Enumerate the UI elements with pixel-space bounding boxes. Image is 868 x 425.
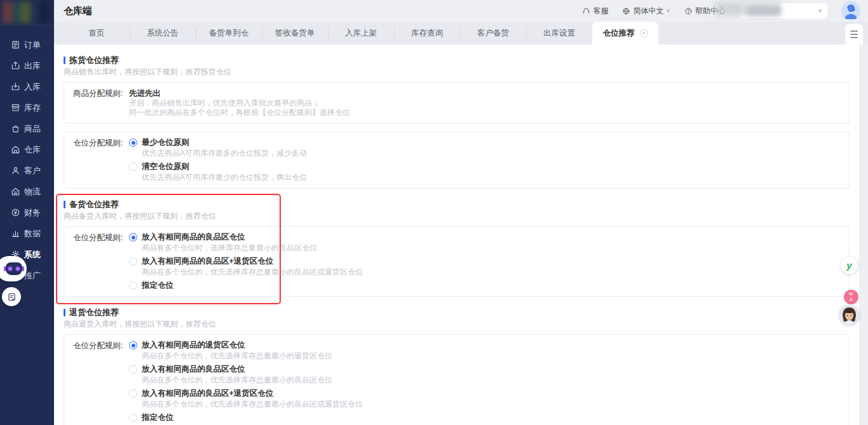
- radio-unselected-icon[interactable]: [129, 414, 137, 422]
- feedback-form-button[interactable]: [2, 287, 21, 306]
- sidebar-item-inbound[interactable]: 入库: [0, 76, 54, 97]
- settings-content: 拣货仓位推荐商品销售出库时，将按照以下规则，推荐拣货仓位商品分配规则:先进先出开…: [54, 44, 859, 425]
- order-icon: [11, 40, 20, 50]
- option-description: 商品在多个仓位的，优先选择库存总量最小的良品区或退货区仓位: [142, 400, 363, 409]
- tab-close-icon[interactable]: ×: [640, 29, 648, 37]
- tab-bar: 首页系统公告备货单到仓签收备货单入库上架库存查询客户备货出库设置仓位推荐×: [54, 22, 868, 44]
- sidebar-item-outbound[interactable]: 出库: [0, 55, 54, 76]
- form-icon: [7, 292, 17, 302]
- logo-blurred-image: [3, 1, 49, 24]
- tab-签收备货单[interactable]: 签收备货单: [262, 22, 328, 44]
- radio-option[interactable]: 指定仓位: [129, 281, 840, 290]
- sidebar-item-inventory[interactable]: 库存: [0, 97, 54, 118]
- section-title: 退货仓位推荐: [64, 307, 850, 318]
- radio-option[interactable]: 放入有相同商品的良品区仓位商品在多个仓位的，优先选择库存总量最小的良品区仓位: [129, 365, 840, 385]
- radio-selected-icon[interactable]: [129, 233, 137, 241]
- sidebar-item-customer[interactable]: 客户: [0, 160, 54, 181]
- section-picking: 拣货仓位推荐商品销售出库时，将按照以下规则，推荐拣货仓位商品分配规则:先进先出开…: [64, 55, 850, 189]
- sidebar-item-finance[interactable]: 财务: [0, 202, 54, 223]
- radio-unselected-icon[interactable]: [129, 365, 137, 374]
- customer-icon: [11, 166, 20, 175]
- rule-card: 仓位分配规则:放入有相同商品的良品区仓位商品有多个仓位时，选择库存总量最小的良品…: [64, 226, 850, 297]
- tab-list-menu-button[interactable]: [845, 24, 863, 44]
- radio-selected-icon[interactable]: [129, 341, 137, 349]
- tab-首页[interactable]: 首页: [64, 22, 130, 44]
- inbound-icon: [11, 82, 20, 91]
- sidebar-item-warehouse[interactable]: 仓库: [0, 139, 54, 160]
- tab-库存查询[interactable]: 库存查询: [394, 22, 460, 44]
- option-description: 商品在多个仓位的，优先选择库存总量最小的退货区仓位: [142, 351, 332, 361]
- rule-card: 仓位分配规则:最少仓位原则优先去商品A可用库存最多的仓位拣货，减少走动清空仓位原…: [64, 132, 850, 189]
- rule-card-label: 仓位分配规则:: [73, 341, 129, 422]
- data-icon: [11, 229, 20, 238]
- sidebar-item-label: 订单: [24, 39, 41, 51]
- finance-icon: [11, 208, 20, 217]
- radio-option[interactable]: 清空仓位原则优先去商品A可用库存最少的仓位拣货，腾出仓位: [129, 162, 840, 182]
- section-subtitle: 商品备货入库时，将按照以下规则，推荐仓位: [64, 212, 850, 221]
- tab-label: 仓位推荐: [603, 28, 635, 39]
- tab-备货单到仓[interactable]: 备货单到仓: [196, 22, 262, 44]
- robot-mascot-icon: [6, 262, 22, 275]
- chevron-down-icon: ∨: [818, 8, 822, 13]
- sidebar-item-label: 客户: [24, 165, 41, 177]
- warehouse-selector[interactable]: ∨: [740, 3, 827, 18]
- user-avatar[interactable]: [841, 1, 860, 20]
- language-selector[interactable]: 简体中文∨: [622, 6, 670, 17]
- radio-option[interactable]: 最少仓位原则优先去商品A可用库存最多的仓位拣货，减少走动: [129, 138, 840, 158]
- rule-card: 仓位分配规则:放入有相同商品的退货区仓位商品在多个仓位的，优先选择库存总量最小的…: [64, 334, 850, 425]
- rule-value: 先进先出: [129, 88, 840, 98]
- option-label: 放入有相同商品的良品区+退货区仓位: [142, 257, 363, 266]
- option-description: 优先去商品A可用库存最少的仓位拣货，腾出仓位: [142, 173, 307, 182]
- tab-label: 客户备货: [477, 28, 509, 39]
- outbound-icon: [11, 61, 20, 71]
- sidebar-item-label: 库存: [24, 102, 41, 114]
- assistant-robot-button[interactable]: [0, 256, 27, 281]
- sidebar-item-label: 商品: [24, 123, 41, 135]
- service-girl-icon: [839, 305, 859, 325]
- radio-option[interactable]: 指定仓位: [129, 413, 840, 422]
- radio-option[interactable]: 放入有相同商品的退货区仓位商品在多个仓位的，优先选择库存总量最小的退货区仓位: [129, 341, 840, 361]
- tab-仓位推荐[interactable]: 仓位推荐×: [592, 22, 658, 44]
- customer-service-avatar[interactable]: [839, 305, 859, 325]
- avatar-person-icon: [841, 1, 860, 20]
- radio-option[interactable]: 放入有相同商品的良品区+退货区仓位商品在多个仓位的，优先选择库存总量最小的良品区…: [129, 257, 840, 277]
- tab-入库上架[interactable]: 入库上架: [328, 22, 394, 44]
- page-title: 仓库端: [64, 5, 92, 17]
- sidebar-item-label: 财务: [24, 207, 41, 219]
- sidebar-item-order[interactable]: 订单: [0, 34, 54, 55]
- option-label: 放入有相同商品的良品区+退货区仓位: [142, 389, 363, 398]
- headset-icon: [582, 7, 590, 15]
- radio-unselected-icon[interactable]: [129, 257, 137, 266]
- title-accent-bar: [64, 57, 65, 64]
- title-accent-bar: [64, 309, 65, 316]
- rule-card-label: 仓位分配规则:: [73, 138, 129, 182]
- globe-icon: [622, 7, 630, 15]
- radio-unselected-icon[interactable]: [129, 389, 137, 398]
- radio-option[interactable]: 放入有相同商品的良品区+退货区仓位商品在多个仓位的，优先选择库存总量最小的良品区…: [129, 389, 840, 409]
- green-y-icon: y: [846, 260, 851, 271]
- section-return: 退货仓位推荐商品退货入库时，将按照以下规则，推荐仓位仓位分配规则:放入有相同商品…: [64, 307, 850, 425]
- main-area: 仓库端 客服 简体中文∨ 帮助中心: [54, 0, 868, 425]
- warehouse-icon: [11, 145, 20, 154]
- sidebar-item-label: 数据: [24, 228, 41, 239]
- tab-label: 库存查询: [411, 28, 443, 39]
- radio-unselected-icon[interactable]: [129, 163, 137, 171]
- tab-客户备货[interactable]: 客户备货: [460, 22, 526, 44]
- browser-plugin-button[interactable]: y: [841, 257, 858, 274]
- radio-selected-icon[interactable]: [129, 138, 137, 147]
- tab-系统公告[interactable]: 系统公告: [130, 22, 196, 44]
- radio-option[interactable]: 放入有相同商品的良品区仓位商品有多个仓位时，选择库存总量最小的良品区仓位: [129, 233, 840, 253]
- translate-badge[interactable]: 中 A: [844, 290, 858, 304]
- tab-出库设置[interactable]: 出库设置: [526, 22, 592, 44]
- title-accent-bar: [64, 201, 65, 208]
- radio-unselected-icon[interactable]: [129, 281, 137, 290]
- sidebar-item-product[interactable]: 商品: [0, 118, 54, 139]
- rule-description: 同一批次的商品在多个仓位时，再根据【仓位分配规则】选择仓位: [129, 108, 840, 118]
- tab-label: 系统公告: [147, 28, 179, 39]
- tab-label: 签收备货单: [275, 28, 315, 39]
- support-link[interactable]: 客服: [582, 6, 608, 17]
- option-label: 清空仓位原则: [142, 162, 307, 172]
- tab-label: 首页: [89, 28, 105, 39]
- sidebar-item-data[interactable]: 数据: [0, 223, 54, 244]
- sidebar-item-logistics[interactable]: 物流: [0, 181, 54, 202]
